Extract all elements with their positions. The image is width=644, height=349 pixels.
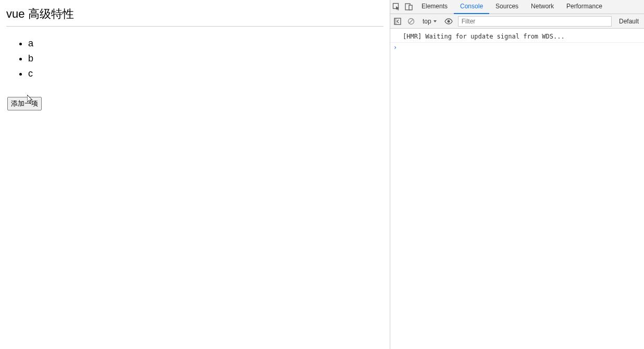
list-item: a <box>28 36 383 51</box>
devtools-panel: Elements Console Sources Network Perform… <box>390 0 644 349</box>
inspect-element-icon[interactable] <box>392 3 401 11</box>
context-selector[interactable]: top <box>420 18 439 25</box>
clear-console-icon[interactable] <box>407 17 415 26</box>
context-label: top <box>423 18 431 25</box>
prompt-arrow-icon: › <box>393 44 397 51</box>
console-toolbar: top Default <box>390 14 644 29</box>
toggle-sidebar-icon[interactable] <box>393 17 402 26</box>
add-item-button[interactable]: 添加一项 <box>7 97 42 110</box>
console-prompt[interactable]: › <box>390 43 644 52</box>
live-expression-icon[interactable] <box>444 17 453 26</box>
console-log-text: [HMR] Waiting for update signal from WDS… <box>403 32 565 41</box>
log-levels-selector[interactable]: Default <box>617 18 641 25</box>
tab-network[interactable]: Network <box>525 0 560 14</box>
svg-rect-4 <box>394 18 397 24</box>
page-content: vue 高级特性 a b c 添加一项 <box>0 0 390 349</box>
item-list: a b c <box>6 36 383 81</box>
svg-line-6 <box>409 19 413 23</box>
chevron-down-icon <box>433 18 437 25</box>
device-toolbar-icon[interactable] <box>405 3 413 11</box>
tab-elements[interactable]: Elements <box>415 0 454 14</box>
filter-input[interactable] <box>458 16 612 27</box>
tab-performance[interactable]: Performance <box>560 0 609 14</box>
svg-rect-2 <box>409 5 412 10</box>
list-item: b <box>28 51 383 66</box>
console-log-entry: [HMR] Waiting for update signal from WDS… <box>390 31 644 43</box>
page-title: vue 高级特性 <box>6 6 383 27</box>
tab-console[interactable]: Console <box>454 0 489 14</box>
svg-point-7 <box>447 20 450 22</box>
devtools-tabs: Elements Console Sources Network Perform… <box>390 0 644 14</box>
tab-sources[interactable]: Sources <box>489 0 525 14</box>
list-item: c <box>28 66 383 81</box>
console-output: [HMR] Waiting for update signal from WDS… <box>390 29 644 349</box>
